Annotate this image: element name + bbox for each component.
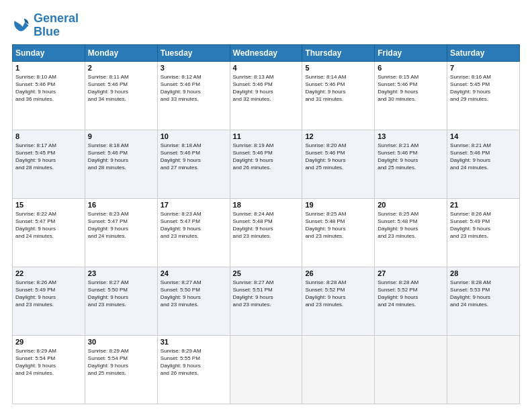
cell-info-line: Sunrise: 8:28 AM bbox=[305, 279, 371, 286]
cell-info-line: and 23 minutes. bbox=[88, 301, 154, 308]
cell-info-line: Sunset: 5:52 PM bbox=[378, 286, 444, 293]
cell-info-line: and 23 minutes. bbox=[161, 232, 227, 240]
cell-info-line: and 25 minutes. bbox=[88, 369, 154, 377]
cell-info-line: Daylight: 9 hours bbox=[450, 88, 517, 95]
cell-info-line: Daylight: 9 hours bbox=[305, 225, 371, 232]
day-cell-11: 11Sunrise: 8:19 AMSunset: 5:46 PMDayligh… bbox=[230, 130, 302, 198]
cell-info-line: and 31 minutes. bbox=[305, 95, 371, 103]
cell-info-line: and 34 minutes. bbox=[88, 95, 154, 103]
cell-info-line: Daylight: 9 hours bbox=[15, 156, 82, 164]
cell-info-line: and 24 minutes. bbox=[450, 164, 517, 171]
week-row-2: 8Sunrise: 8:17 AMSunset: 5:45 PMDaylight… bbox=[13, 130, 520, 198]
cell-info-line: Sunset: 5:46 PM bbox=[15, 81, 82, 88]
cell-info-line: and 26 minutes. bbox=[233, 164, 300, 171]
cell-info-line: Sunrise: 8:22 AM bbox=[15, 210, 82, 218]
day-cell-26: 26Sunrise: 8:28 AMSunset: 5:52 PMDayligh… bbox=[302, 267, 375, 335]
cell-info-line: Sunrise: 8:13 AM bbox=[233, 73, 300, 81]
day-cell-31: 31Sunrise: 8:29 AMSunset: 5:55 PMDayligh… bbox=[157, 335, 230, 404]
cell-info-line: Sunrise: 8:29 AM bbox=[161, 347, 227, 355]
cell-info-line: and 25 minutes. bbox=[378, 164, 444, 171]
day-number: 23 bbox=[88, 269, 154, 277]
day-cell-14: 14Sunrise: 8:21 AMSunset: 5:46 PMDayligh… bbox=[447, 130, 520, 198]
cell-info-line: Daylight: 9 hours bbox=[305, 88, 371, 95]
cell-info-line: Sunset: 5:46 PM bbox=[88, 81, 154, 88]
page: General Blue SundayMondayTuesdayWednesda… bbox=[0, 0, 532, 411]
day-number: 2 bbox=[88, 64, 154, 72]
cell-info-line: and 24 minutes. bbox=[378, 301, 444, 308]
day-cell-9: 9Sunrise: 8:18 AMSunset: 5:46 PMDaylight… bbox=[85, 130, 157, 198]
day-number: 12 bbox=[305, 132, 371, 140]
cell-info-line: Sunset: 5:49 PM bbox=[15, 286, 82, 293]
cell-info-line: Sunrise: 8:26 AM bbox=[450, 210, 517, 218]
cell-info-line: Daylight: 9 hours bbox=[450, 156, 517, 164]
day-cell-4: 4Sunrise: 8:13 AMSunset: 5:46 PMDaylight… bbox=[230, 61, 302, 130]
day-number: 27 bbox=[378, 269, 444, 277]
day-cell-1: 1Sunrise: 8:10 AMSunset: 5:46 PMDaylight… bbox=[13, 61, 85, 130]
calendar: SundayMondayTuesdayWednesdayThursdayFrid… bbox=[12, 44, 520, 404]
day-cell-30: 30Sunrise: 8:29 AMSunset: 5:54 PMDayligh… bbox=[85, 335, 157, 404]
cell-info-line: Sunset: 5:46 PM bbox=[161, 81, 227, 88]
cell-info-line: Daylight: 9 hours bbox=[233, 293, 300, 301]
cell-info-line: Daylight: 9 hours bbox=[15, 362, 82, 369]
day-number: 31 bbox=[161, 338, 227, 346]
cell-info-line: and 23 minutes. bbox=[305, 301, 371, 308]
day-cell-25: 25Sunrise: 8:27 AMSunset: 5:51 PMDayligh… bbox=[230, 267, 302, 335]
cell-info-line: and 23 minutes. bbox=[450, 232, 517, 240]
cell-info-line: Daylight: 9 hours bbox=[15, 293, 82, 301]
cell-info-line: Daylight: 9 hours bbox=[88, 362, 154, 369]
day-header-thursday: Thursday bbox=[302, 44, 375, 61]
empty-cell bbox=[447, 335, 520, 404]
cell-info-line: Sunset: 5:46 PM bbox=[161, 149, 227, 156]
cell-info-line: Sunrise: 8:16 AM bbox=[450, 73, 517, 81]
cell-info-line: Daylight: 9 hours bbox=[161, 156, 227, 164]
cell-info-line: Sunset: 5:46 PM bbox=[305, 149, 371, 156]
day-number: 18 bbox=[233, 201, 300, 209]
cell-info-line: Sunrise: 8:28 AM bbox=[378, 279, 444, 286]
cell-info-line: Sunrise: 8:12 AM bbox=[161, 73, 227, 81]
cell-info-line: Sunset: 5:47 PM bbox=[15, 218, 82, 225]
cell-info-line: Sunset: 5:46 PM bbox=[378, 149, 444, 156]
cell-info-line: Sunset: 5:47 PM bbox=[161, 218, 227, 225]
cell-info-line: Sunrise: 8:29 AM bbox=[15, 347, 82, 355]
cell-info-line: Sunset: 5:48 PM bbox=[378, 218, 444, 225]
day-number: 14 bbox=[450, 132, 517, 140]
cell-info-line: Sunrise: 8:27 AM bbox=[88, 279, 154, 286]
cell-info-line: Daylight: 9 hours bbox=[161, 293, 227, 301]
day-number: 5 bbox=[305, 64, 371, 72]
cell-info-line: Sunrise: 8:15 AM bbox=[378, 73, 444, 81]
calendar-header-row: SundayMondayTuesdayWednesdayThursdayFrid… bbox=[13, 44, 520, 61]
cell-info-line: Sunrise: 8:28 AM bbox=[450, 279, 517, 286]
cell-info-line: Sunset: 5:46 PM bbox=[88, 149, 154, 156]
week-row-4: 22Sunrise: 8:26 AMSunset: 5:49 PMDayligh… bbox=[13, 267, 520, 335]
cell-info-line: Sunrise: 8:29 AM bbox=[88, 347, 154, 355]
day-cell-27: 27Sunrise: 8:28 AMSunset: 5:52 PMDayligh… bbox=[375, 267, 447, 335]
day-number: 28 bbox=[450, 269, 517, 277]
logo-icon bbox=[12, 16, 31, 35]
day-number: 6 bbox=[378, 64, 444, 72]
cell-info-line: and 23 minutes. bbox=[233, 232, 300, 240]
day-cell-6: 6Sunrise: 8:15 AMSunset: 5:46 PMDaylight… bbox=[375, 61, 447, 130]
cell-info-line: Sunset: 5:54 PM bbox=[88, 355, 154, 362]
day-cell-10: 10Sunrise: 8:18 AMSunset: 5:46 PMDayligh… bbox=[157, 130, 230, 198]
logo: General Blue bbox=[12, 12, 79, 39]
cell-info-line: Sunset: 5:46 PM bbox=[378, 81, 444, 88]
day-number: 17 bbox=[161, 201, 227, 209]
day-number: 24 bbox=[161, 269, 227, 277]
cell-info-line: Sunset: 5:47 PM bbox=[88, 218, 154, 225]
cell-info-line: Sunrise: 8:27 AM bbox=[233, 279, 300, 286]
cell-info-line: and 26 minutes. bbox=[161, 369, 227, 377]
cell-info-line: Daylight: 9 hours bbox=[88, 156, 154, 164]
day-cell-18: 18Sunrise: 8:24 AMSunset: 5:48 PMDayligh… bbox=[230, 198, 302, 267]
cell-info-line: Sunrise: 8:21 AM bbox=[378, 142, 444, 149]
cell-info-line: Sunrise: 8:26 AM bbox=[15, 279, 82, 286]
day-cell-21: 21Sunrise: 8:26 AMSunset: 5:49 PMDayligh… bbox=[447, 198, 520, 267]
cell-info-line: Sunset: 5:46 PM bbox=[305, 81, 371, 88]
cell-info-line: and 30 minutes. bbox=[378, 95, 444, 103]
empty-cell bbox=[302, 335, 375, 404]
cell-info-line: and 24 minutes. bbox=[15, 232, 82, 240]
day-cell-8: 8Sunrise: 8:17 AMSunset: 5:45 PMDaylight… bbox=[13, 130, 85, 198]
day-cell-3: 3Sunrise: 8:12 AMSunset: 5:46 PMDaylight… bbox=[157, 61, 230, 130]
cell-info-line: Daylight: 9 hours bbox=[378, 156, 444, 164]
day-cell-29: 29Sunrise: 8:29 AMSunset: 5:54 PMDayligh… bbox=[13, 335, 85, 404]
day-cell-7: 7Sunrise: 8:16 AMSunset: 5:45 PMDaylight… bbox=[447, 61, 520, 130]
